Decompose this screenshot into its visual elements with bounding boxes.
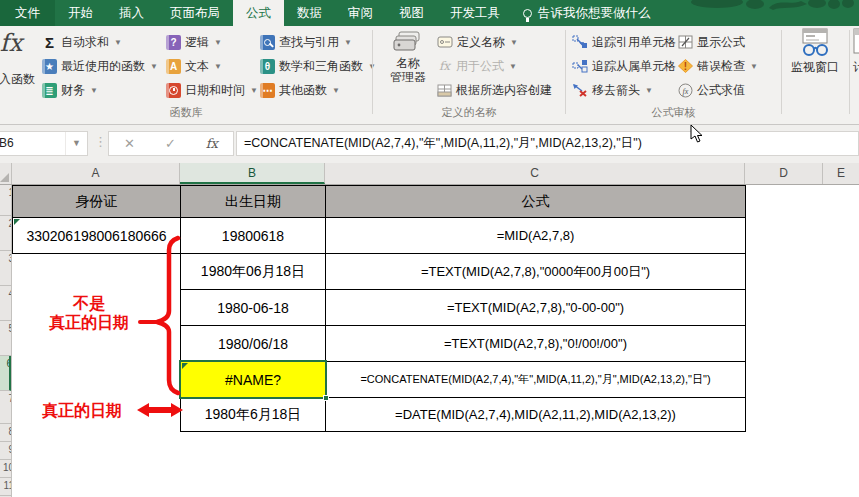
remove-arrows-button[interactable]: 移去箭头▼ xyxy=(572,80,653,100)
name-box-value: B6 xyxy=(0,136,14,150)
cell-b1[interactable]: 出生日期 xyxy=(180,185,326,218)
tab-developer[interactable]: 开发工具 xyxy=(437,0,513,26)
cell-c1[interactable]: 公式 xyxy=(325,185,746,218)
watch-window-button[interactable]: 监视窗口 xyxy=(786,28,844,74)
cell-a2[interactable]: 330206198006180666 xyxy=(12,217,181,254)
use-in-formula-button: fx 用于公式▼ xyxy=(437,56,517,76)
recently-used-button[interactable]: ★ 最近使用的函数▼ xyxy=(42,56,158,76)
math-trig-label: 数学和三角函数 xyxy=(279,58,363,75)
error-checking-button[interactable]: ! 错误检查▼ xyxy=(678,56,758,76)
cell-c7[interactable]: =DATE(MID(A2,7,4),MID(A2,11,2),MID(A2,13… xyxy=(325,397,746,432)
cell-c4[interactable]: =TEXT(MID(A2,7,8),"0-00-00") xyxy=(325,289,746,326)
cell-b2[interactable]: 19800618 xyxy=(180,217,326,254)
logical-button[interactable]: ? 逻辑▼ xyxy=(166,32,222,52)
row-header-11[interactable]: 11 xyxy=(0,478,11,496)
row-header-8[interactable]: 8 xyxy=(0,424,11,442)
chevron-down-icon: ▼ xyxy=(90,86,98,95)
column-header-d[interactable]: D xyxy=(745,163,823,184)
chevron-down-icon: ▼ xyxy=(645,86,653,95)
row-header-10[interactable]: 10 xyxy=(0,460,11,478)
row-header-7[interactable]: 7 xyxy=(0,391,11,424)
show-formulas-button[interactable]: 显示公式 xyxy=(678,32,745,52)
tab-formulas[interactable]: 公式 xyxy=(233,0,284,26)
row-header-2[interactable]: 2 xyxy=(0,216,11,251)
row-header-5[interactable]: 5 xyxy=(0,321,11,356)
create-from-selection-label: 根据所选内容创建 xyxy=(456,82,552,99)
fx-tag-icon: fx xyxy=(437,59,452,73)
calculation-button[interactable]: 计算 xyxy=(853,28,859,74)
ellipsis-icon: ⋯ xyxy=(260,83,275,98)
question-mark-icon: ? xyxy=(166,35,181,50)
ribbon-tab-bar: 文件 开始 插入 页面布局 公式 数据 审阅 视图 开发工具 告诉我你想要做什么 xyxy=(0,0,859,26)
insert-function-button[interactable]: fx 插入函数 xyxy=(0,28,40,86)
enter-icon[interactable]: ✓ xyxy=(165,136,176,151)
cell-a1[interactable]: 身份证 xyxy=(12,185,181,218)
tab-review[interactable]: 审阅 xyxy=(335,0,386,26)
text-button[interactable]: A 文本▼ xyxy=(166,56,222,76)
name-manager-button[interactable]: 名称 管理器 xyxy=(382,28,434,84)
group-label-formula-auditing: 公式审核 xyxy=(566,105,781,120)
error-checking-label: 错误检查 xyxy=(697,58,745,75)
row-header-4[interactable]: 4 xyxy=(0,286,11,321)
annotation-not-real-date-line2: 真正的日期 xyxy=(28,313,150,334)
remove-arrows-icon xyxy=(572,83,588,97)
row-header-3[interactable]: 3 xyxy=(0,251,11,286)
cell-b6-selected[interactable]: #NAME? xyxy=(180,361,326,398)
row-header-6[interactable]: 6 xyxy=(0,356,11,391)
row-header-1[interactable]: 1 xyxy=(0,185,11,216)
cell-b3[interactable]: 1980年06月18日 xyxy=(180,253,326,290)
math-trig-button[interactable]: θ 数学和三角函数▼ xyxy=(260,56,376,76)
trace-precedents-icon xyxy=(572,35,588,49)
create-from-selection-button[interactable]: 根据所选内容创建 xyxy=(437,80,552,100)
column-header-e[interactable]: E xyxy=(823,163,859,184)
chevron-down-icon: ▼ xyxy=(214,38,222,47)
name-error-value: #NAME? xyxy=(225,372,281,388)
evaluate-formula-icon: fx xyxy=(678,83,693,98)
tell-me-box[interactable]: 告诉我你想要做什么 xyxy=(513,0,661,26)
insert-function-fx-icon[interactable]: fx xyxy=(206,136,218,151)
date-time-button[interactable]: 日期和时间▼ xyxy=(166,80,258,100)
tab-page-layout[interactable]: 页面布局 xyxy=(157,0,233,26)
tab-view[interactable]: 视图 xyxy=(386,0,437,26)
chevron-down-icon: ▼ xyxy=(344,38,352,47)
column-header-b[interactable]: B xyxy=(180,163,325,184)
column-header-a[interactable]: A xyxy=(12,163,180,184)
autosum-button[interactable]: Σ 自动求和▼ xyxy=(42,32,122,52)
financial-label: 财务 xyxy=(61,82,85,99)
fill-handle[interactable] xyxy=(323,395,329,401)
formula-bar-buttons: ✕ ✓ fx xyxy=(108,131,234,156)
select-all-corner[interactable] xyxy=(0,163,12,184)
cell-c6[interactable]: =CONCATENATE(MID(A2,7,4),"年",MID(A,11,2)… xyxy=(325,361,746,398)
cell-b7[interactable]: 1980年6月18日 xyxy=(180,397,326,432)
more-functions-button[interactable]: ⋯ 其他函数▼ xyxy=(260,80,340,100)
row-header-9[interactable]: 9 xyxy=(0,442,11,460)
evaluate-formula-button[interactable]: fx 公式求值 xyxy=(678,80,745,100)
column-header-c[interactable]: C xyxy=(325,163,745,184)
name-tags-stack-icon xyxy=(392,28,424,56)
chevron-down-icon[interactable]: ▼ xyxy=(65,132,87,155)
watermark-logo xyxy=(689,0,859,14)
tell-me-label: 告诉我你想要做什么 xyxy=(538,5,651,22)
define-name-button[interactable]: 定义名称▼ xyxy=(437,32,518,52)
cell-b4[interactable]: 1980-06-18 xyxy=(180,289,326,326)
calculation-sheet-icon xyxy=(853,28,859,56)
formula-input[interactable]: =CONCATENATE(MID(A2,7,4),"年",MID(A,11,2)… xyxy=(236,131,859,156)
cell-b5[interactable]: 1980/06/18 xyxy=(180,325,326,362)
trace-dependents-button[interactable]: 追踪从属单元格 xyxy=(572,56,676,76)
annotation-not-real-date-line1: 不是 xyxy=(38,294,140,315)
cancel-icon[interactable]: ✕ xyxy=(124,136,135,151)
tab-data[interactable]: 数据 xyxy=(284,0,335,26)
tab-file[interactable]: 文件 xyxy=(0,0,55,26)
cell-c2[interactable]: =MID(A2,7,8) xyxy=(325,217,746,254)
tab-insert[interactable]: 插入 xyxy=(106,0,157,26)
financial-button[interactable]: ≣ 财务▼ xyxy=(42,80,98,100)
lookup-reference-button[interactable]: 查找与引用▼ xyxy=(260,32,352,52)
tab-home[interactable]: 开始 xyxy=(55,0,106,26)
name-box[interactable]: B6 ▼ xyxy=(0,131,88,156)
theta-icon: θ xyxy=(260,59,275,74)
cell-c3[interactable]: =TEXT(MID(A2,7,8),"0000年00月00日") xyxy=(325,253,746,290)
trace-precedents-button[interactable]: 追踪引用单元格 xyxy=(572,32,676,52)
error-triangle-icon xyxy=(14,219,20,225)
cell-c5[interactable]: =TEXT(MID(A2,7,8),"0!/00!/00") xyxy=(325,325,746,362)
worksheet-grid: A B C D E 1 2 3 4 5 6 7 8 9 10 11 12 身份证… xyxy=(0,163,859,497)
